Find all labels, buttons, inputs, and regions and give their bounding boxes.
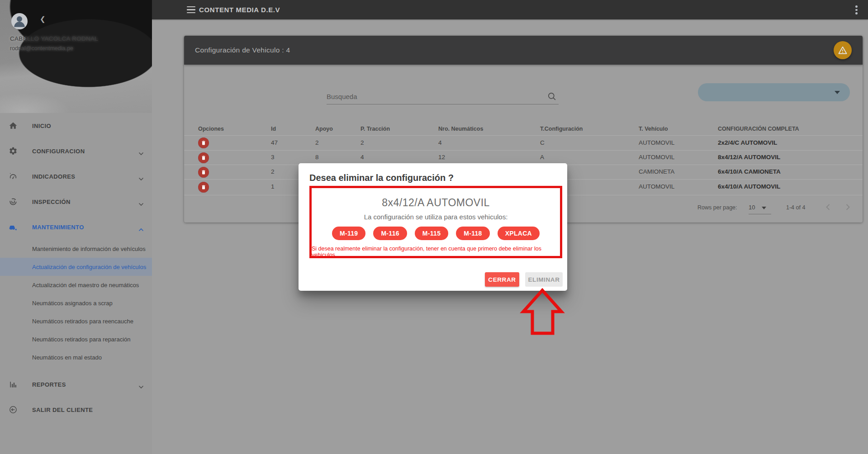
pagination-range: 1-4 of 4	[786, 204, 805, 211]
sidebar-item-inicio[interactable]: INICIO	[0, 113, 152, 138]
gear-icon	[9, 147, 18, 156]
select-caret-icon	[835, 91, 840, 94]
sidebar-subitem-actualizacion-maestro[interactable]: Actualización del maestro de neumáticos	[0, 276, 152, 294]
avatar[interactable]	[11, 13, 28, 29]
sidebar-subitem-neumaticos-mal-estado[interactable]: Neumáticos en mal estado	[0, 348, 152, 366]
search-input[interactable]: Busqueda	[327, 90, 559, 104]
app-root: CONTENT MEDIA D.E.V ❮ CABELLO YACOLCA RO…	[0, 0, 868, 454]
sidebar-item-configuracion[interactable]: CONFIGURACION	[0, 138, 152, 164]
sidebar-item-indicadores[interactable]: INDICADORES	[0, 164, 152, 189]
vehicle-pill[interactable]: M-115	[415, 227, 448, 240]
profile-header: ❮ CABELLO YACOLCA RODNAL rodnal@contentm…	[0, 0, 152, 113]
sidebar-subitem-neumaticos-scrap[interactable]: Neumáticos asignados a scrap	[0, 294, 152, 312]
home-icon	[9, 121, 18, 130]
previous-page-button[interactable]	[823, 202, 834, 213]
sidebar-subitem-neumaticos-reparacion[interactable]: Neumáticos retirados para reparación	[0, 330, 152, 348]
dialog-actions: CERRAR ELIMINAR	[485, 272, 563, 287]
delete-config-dialog: Desea eliminar la configuración ? 8x4/12…	[299, 163, 567, 291]
logout-icon	[9, 405, 18, 414]
sidebar-item-inspeccion[interactable]: INSPECCIÓN	[0, 189, 152, 214]
filter-select[interactable]	[698, 83, 850, 101]
app-title: CONTENT MEDIA D.E.V	[199, 0, 280, 19]
delete-warning-text: Si desea realmente eliminar la configura…	[312, 246, 560, 258]
vehicle-pill[interactable]: M-118	[456, 227, 489, 240]
delete-button[interactable]	[198, 152, 209, 163]
sidebar-subitem-actualizacion-configuracion[interactable]: Actualización de configuración de vehícu…	[0, 258, 152, 276]
config-subtitle: La configuración se utiliza para estos v…	[364, 213, 508, 221]
chevron-down-icon	[138, 200, 144, 203]
dialog-warning-box: 8x4/12/A AUTOMOVIL La configuración se u…	[309, 186, 562, 258]
warning-button[interactable]	[834, 41, 852, 59]
rows-per-page-label: Rows per page:	[697, 204, 737, 211]
person-icon	[11, 13, 28, 29]
chevron-up-icon	[138, 225, 144, 229]
bar-chart-icon	[9, 380, 18, 389]
dialog-title: Desea eliminar la configuración ?	[309, 173, 454, 183]
collapse-back-icon[interactable]: ❮	[40, 15, 46, 23]
sidebar-item-salir[interactable]: SALIR DEL CLIENTE	[0, 397, 152, 422]
inspection-icon	[9, 197, 18, 206]
warning-triangle-icon	[837, 45, 848, 56]
vehicle-pill[interactable]: M-119	[332, 227, 365, 240]
table-row: 47 2 2 4 C AUTOMOVIL 2x2/4/C AUTOMOVIL	[184, 136, 863, 151]
sidebar-menu: INICIO CONFIGURACION INDICADORES	[0, 113, 152, 422]
card-header: Configuración de Vehiculo : 4	[184, 36, 863, 65]
vehicle-pill[interactable]: M-116	[373, 227, 407, 240]
profile-name: CABELLO YACOLCA RODNAL	[10, 35, 98, 42]
topbar: CONTENT MEDIA D.E.V	[152, 0, 868, 19]
overflow-menu-icon[interactable]	[855, 5, 858, 14]
page-title: Configuración de Vehiculo : 4	[195, 36, 290, 65]
eliminar-button[interactable]: ELIMINAR	[525, 272, 563, 287]
vehicle-icon	[9, 222, 18, 232]
profile-email: rodnal@contentmedia.pe	[10, 45, 73, 52]
delete-button[interactable]	[198, 182, 209, 193]
rows-per-page-select[interactable]: 10	[749, 204, 755, 211]
next-page-button[interactable]	[842, 202, 853, 213]
rows-per-page-caret-icon[interactable]	[762, 207, 766, 209]
config-name: 8x4/12/A AUTOMOVIL	[382, 197, 490, 209]
chevron-down-icon	[138, 175, 144, 178]
sidebar: ❮ CABELLO YACOLCA RODNAL rodnal@contentm…	[0, 0, 152, 454]
search-placeholder: Busqueda	[327, 93, 357, 100]
sidebar-subitem-mantenimiento-informacion[interactable]: Mantenimiento de información de vehículo…	[0, 240, 152, 258]
delete-button[interactable]	[198, 167, 209, 178]
sidebar-item-mantenimiento[interactable]: MANTENIMIENTO	[0, 214, 152, 240]
sidebar-item-reportes[interactable]: REPORTES	[0, 372, 152, 397]
vehicle-pill-list: M-119 M-116 M-115 M-118 XPLACA	[332, 227, 540, 240]
menu-hamburger-icon[interactable]	[187, 6, 195, 13]
sidebar-subitem-neumaticos-reencauche[interactable]: Neumáticos retirados para reencauche	[0, 312, 152, 330]
table-header-row: Opciones Id Apoyo P. Tracción Nro. Neumá…	[184, 123, 863, 136]
cerrar-button[interactable]: CERRAR	[485, 272, 519, 287]
vehicle-pill[interactable]: XPLACA	[498, 227, 540, 240]
search-icon[interactable]	[547, 92, 557, 101]
chevron-down-icon	[138, 383, 144, 386]
delete-button[interactable]	[198, 137, 209, 148]
chevron-down-icon	[138, 149, 144, 153]
gauge-icon	[9, 172, 18, 181]
